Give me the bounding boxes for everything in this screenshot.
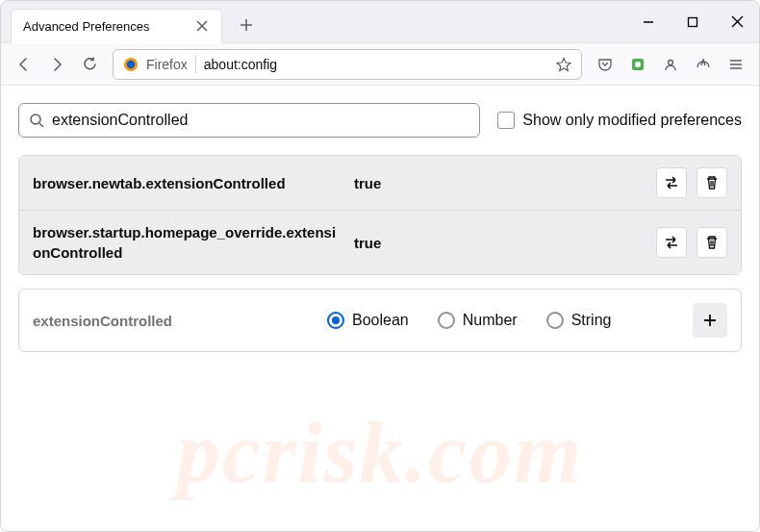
search-icon <box>29 113 44 128</box>
watermark: pcrisk.com <box>177 403 583 502</box>
address-context-label: Firefox <box>146 57 188 72</box>
window-maximize-button[interactable] <box>671 1 715 43</box>
bookmark-star-icon[interactable] <box>556 57 571 72</box>
svg-rect-0 <box>689 17 697 26</box>
firefox-window: Advanced Preferences <box>0 0 760 532</box>
radio-label: Number <box>463 312 518 329</box>
svg-point-6 <box>31 114 40 124</box>
account-icon[interactable] <box>655 49 686 80</box>
back-button[interactable] <box>9 49 39 80</box>
radio-number[interactable]: Number <box>438 312 518 329</box>
radio-icon <box>327 312 344 329</box>
address-url: about:config <box>204 57 277 72</box>
add-pref-button[interactable] <box>693 303 727 338</box>
delete-button[interactable] <box>697 167 727 198</box>
about-config-content: Show only modified preferences browser.n… <box>1 86 759 352</box>
pref-row: browser.startup.homepage_override.extens… <box>19 210 741 274</box>
radio-label: String <box>571 312 612 329</box>
new-pref-name: extensionControlled <box>33 313 312 329</box>
window-minimize-button[interactable] <box>626 1 671 43</box>
search-box[interactable] <box>18 103 480 138</box>
checkbox-text: Show only modified preferences <box>522 112 742 129</box>
forward-button[interactable] <box>41 49 72 80</box>
address-bar[interactable]: Firefox about:config <box>113 49 582 80</box>
navbar: Firefox about:config <box>1 43 759 86</box>
pref-value: true <box>354 175 381 191</box>
browser-tab[interactable]: Advanced Preferences <box>11 9 222 43</box>
titlebar: Advanced Preferences <box>1 1 759 43</box>
address-divider <box>195 55 196 74</box>
search-input[interactable] <box>52 112 469 129</box>
search-row: Show only modified preferences <box>18 103 742 138</box>
firefox-icon <box>123 57 139 72</box>
radio-icon <box>546 312 564 329</box>
checkbox-icon <box>497 112 515 129</box>
radio-icon <box>438 312 455 329</box>
svg-point-2 <box>127 60 135 67</box>
window-close-button[interactable] <box>715 1 759 43</box>
radio-label: Boolean <box>352 312 409 329</box>
svg-point-4 <box>635 62 641 67</box>
pref-name: browser.newtab.extensionControlled <box>33 173 341 193</box>
radio-string[interactable]: String <box>546 312 612 329</box>
reload-button[interactable] <box>74 49 105 80</box>
reader-icon[interactable] <box>688 49 719 80</box>
tab-close-icon[interactable] <box>194 18 210 34</box>
type-radio-group: Boolean Number String <box>327 312 611 329</box>
preferences-table: browser.newtab.extensionControlled true … <box>18 155 742 275</box>
pocket-icon[interactable] <box>590 49 621 80</box>
extension-icon[interactable] <box>622 49 653 80</box>
modified-only-checkbox[interactable]: Show only modified preferences <box>497 112 742 129</box>
delete-button[interactable] <box>697 227 727 258</box>
new-tab-button[interactable] <box>232 14 261 36</box>
radio-boolean[interactable]: Boolean <box>327 312 409 329</box>
pref-row: browser.newtab.extensionControlled true <box>19 156 741 210</box>
pref-name: browser.startup.homepage_override.extens… <box>33 222 341 263</box>
menu-button[interactable] <box>721 49 751 80</box>
toggle-button[interactable] <box>656 227 687 258</box>
new-pref-row: extensionControlled Boolean Number Strin… <box>18 289 742 352</box>
pref-value: true <box>354 235 381 251</box>
toggle-button[interactable] <box>656 167 687 198</box>
svg-point-5 <box>669 60 673 64</box>
tab-title: Advanced Preferences <box>23 19 150 34</box>
